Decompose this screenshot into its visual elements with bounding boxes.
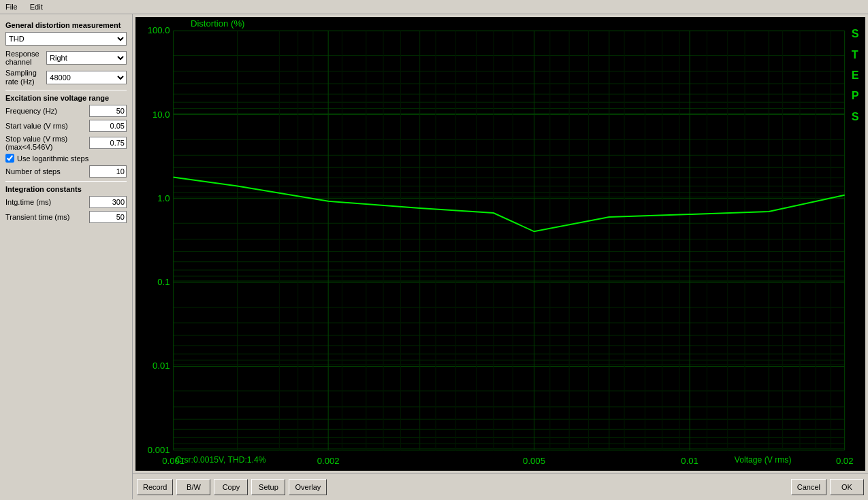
stop-value-input[interactable] [89,137,127,149]
record-button[interactable]: Record [137,479,173,495]
section-title-general: General distortion measurement [5,21,127,29]
frequency-input[interactable] [89,105,127,117]
num-steps-input[interactable] [89,165,127,178]
svg-text:1.0: 1.0 [157,193,170,203]
svg-text:0.01: 0.01 [152,361,170,371]
response-channel-select[interactable]: Left Right [46,51,127,65]
svg-text:0.1: 0.1 [157,277,170,287]
svg-text:Distortion (%): Distortion (%) [191,18,245,29]
svg-text:0.02: 0.02 [836,456,854,466]
svg-text:Voltage (V rms): Voltage (V rms) [735,455,792,465]
integration-section-label: Integration constants [5,185,127,193]
svg-text:0.01: 0.01 [681,456,698,466]
file-menu[interactable]: File [3,1,20,12]
setup-button[interactable]: Setup [251,479,285,495]
response-channel-label: Response channel [5,50,46,66]
svg-text:S: S [852,110,859,122]
log-steps-checkbox[interactable] [5,154,14,163]
measurement-type-select[interactable]: THD [5,32,127,46]
frequency-label: Frequency (Hz) [5,107,57,115]
start-value-input[interactable] [89,120,127,132]
svg-text:0.002: 0.002 [317,456,340,466]
transient-time-label: Transient time (ms) [5,213,69,221]
cancel-button[interactable]: Cancel [791,479,826,495]
svg-text:0.005: 0.005 [523,456,545,466]
svg-text:100.0: 100.0 [148,25,170,35]
copy-button[interactable]: Copy [214,479,248,495]
excitation-label: Excitation sine voltage range [5,94,127,102]
transient-time-input[interactable] [89,211,127,223]
start-value-label: Start value (V rms) [5,122,68,130]
overlay-button[interactable]: Overlay [289,479,327,495]
intg-time-label: Intg.time (ms) [5,198,51,206]
svg-text:P: P [852,89,859,101]
svg-text:Crsr:0.0015V, THD:1.4%: Crsr:0.0015V, THD:1.4% [176,455,266,465]
edit-menu[interactable]: Edit [27,1,46,12]
sampling-rate-label: Sampling rate (Hz) [5,69,46,86]
sampling-rate-select[interactable]: 44100 48000 96000 [46,71,127,84]
svg-text:10.0: 10.0 [152,110,170,120]
num-steps-label: Number of steps [5,167,61,176]
svg-text:0.001: 0.001 [148,445,170,455]
intg-time-input[interactable] [89,196,127,208]
svg-rect-0 [135,17,865,471]
svg-text:E: E [852,69,859,81]
bw-button[interactable]: B/W [176,479,210,495]
stop-value-label: Stop value (V rms) [5,135,67,143]
svg-text:S: S [852,27,859,39]
log-steps-label: Use logarithmic steps [17,154,89,163]
stop-value-sublabel: (max<4.546V) [5,143,67,151]
svg-text:T: T [852,48,858,61]
ok-button[interactable]: OK [830,479,864,495]
